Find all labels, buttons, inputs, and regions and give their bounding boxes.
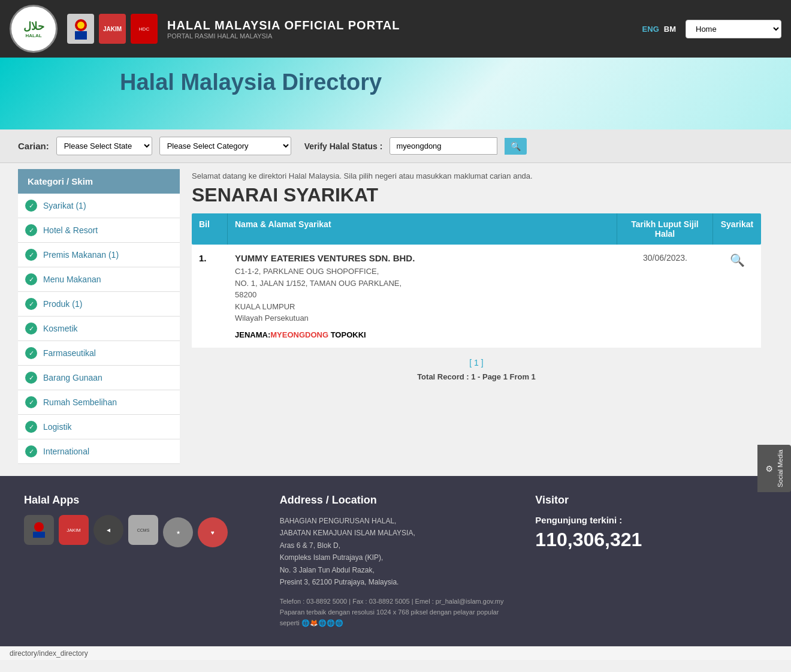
sidebar-label-hotel: Hotel & Resort [43,225,98,235]
senarai-title: SENARAI SYARIKAT [192,184,761,206]
sidebar-item-international[interactable]: ✓ International [18,439,180,464]
row-nama-1: YUMMY EATERIES VENTURES SDN. BHD. C1-1-2… [228,245,617,348]
jenama-prefix: JENAMA: [235,330,270,339]
app-icon-2[interactable]: JAKIM [59,515,89,545]
url-bar: directory/index_directory [0,646,791,660]
verify-input[interactable] [390,137,497,155]
govt-logo-1 [67,14,94,44]
search-icon-button-1[interactable]: 🔍 [730,254,745,267]
address-1: C1-1-2, PARKLANE OUG SHOPOFFICE, NO. 1, … [235,266,610,324]
footer-apps-section: Halal Apps JAKIM ◂ CCMS ★ ♥ [24,494,256,628]
portal-title: HALAL MALAYSIA OFFICIAL PORTAL [167,19,633,32]
sidebar-item-rumah[interactable]: ✓ Rumah Sembelihan [18,390,180,415]
sidebar-item-premis[interactable]: ✓ Premis Makanan (1) [18,243,180,267]
footer-contact: Telefon : 03-8892 5000 | Fax : 03-8892 5… [280,596,512,628]
check-icon-hotel: ✓ [25,224,37,236]
check-icon-barang: ✓ [25,372,37,384]
main-layout: Kategori / Skim ✓ Syarikat (1) ✓ Hotel &… [0,169,791,476]
search-bar: Carian: Please Select State Please Selec… [0,129,791,163]
company-name-1: YUMMY EATERIES VENTURES SDN. BHD. [235,253,610,263]
check-icon-kosmetik: ✓ [25,323,37,335]
welcome-text: Selamat datang ke direktori Halal Malays… [192,171,761,180]
banner-title: Halal Malaysia Directory [120,70,773,95]
footer-address-content: BAHAGIAN PENGURUSAN HALAL, JABATAN KEMAJ… [280,515,512,588]
jenama-1: JENAMA:MYEONGDONG TOPOKKI [235,330,610,339]
row-tarikh-1: 30/06/2023. [617,245,713,271]
page-header: حلال HALAL JAKIM HDC HALAL MALAYSIA OFFI… [0,0,791,58]
sidebar-label-international: International [43,447,89,456]
check-icon-logistik: ✓ [25,421,37,433]
state-select[interactable]: Please Select State [56,137,152,155]
sidebar-item-menu[interactable]: ✓ Menu Makanan [18,267,180,292]
govt-logos: JAKIM HDC [67,14,158,44]
sidebar-label-logistik: Logistik [43,422,71,432]
check-icon-menu: ✓ [25,273,37,285]
footer-address-title: Address / Location [280,494,512,507]
social-media-button[interactable]: ⚙ Social Media [757,445,791,492]
banner: Halal Malaysia Directory [0,58,791,129]
app-icon-5[interactable]: ★ [163,517,193,547]
halal-logo: حلال HALAL [10,5,58,53]
sidebar-item-farmaseutikal[interactable]: ✓ Farmaseutikal [18,341,180,366]
footer-apps-icons: JAKIM ◂ CCMS ★ ♥ [24,515,256,547]
app-icon-4[interactable]: CCMS [128,515,158,545]
page-link-1[interactable]: [ 1 ] [469,358,483,367]
carian-label: Carian: [18,141,49,151]
sidebar-label-farmaseutikal: Farmaseutikal [43,348,96,358]
th-tarikh: Tarikh Luput Sijil Halal [617,213,713,245]
th-nama: Nama & Alamat Syarikat [228,213,617,245]
jenama-highlight: MYEONGDONG [270,330,328,339]
row-syarikat-1[interactable]: 🔍 [713,245,761,276]
app-icon-6[interactable]: ♥ [198,517,228,547]
check-icon-produk: ✓ [25,298,37,310]
th-bil: Bil [192,213,228,245]
sidebar-item-hotel[interactable]: ✓ Hotel & Resort [18,218,180,243]
footer-apps-title: Halal Apps [24,494,256,507]
total-record: Total Record : 1 - Page 1 From 1 [192,372,761,381]
sidebar-item-produk[interactable]: ✓ Produk (1) [18,292,180,317]
category-select[interactable]: Please Select Category [159,137,291,155]
main-content: Selamat datang ke direktori Halal Malays… [180,169,773,464]
sidebar-label-rumah: Rumah Sembelihan [43,397,117,407]
svg-rect-4 [33,532,45,538]
table-row: 1. YUMMY EATERIES VENTURES SDN. BHD. C1-… [192,245,761,348]
app-icon-3[interactable]: ◂ [93,515,123,545]
footer-address-section: Address / Location BAHAGIAN PENGURUSAN H… [280,494,512,628]
lang-eng[interactable]: ENG [642,25,659,34]
row-bil-1: 1. [192,245,228,272]
sidebar-item-kosmetik[interactable]: ✓ Kosmetik [18,317,180,341]
sidebar-item-barang[interactable]: ✓ Barang Gunaan [18,366,180,390]
table-header: Bil Nama & Alamat Syarikat Tarikh Luput … [192,213,761,245]
sidebar-label-premis: Premis Makanan (1) [43,250,119,260]
check-icon-rumah: ✓ [25,396,37,408]
pagination: [ 1 ] [192,358,761,367]
govt-logo-2: JAKIM [99,14,126,44]
govt-logo-3: HDC [131,14,158,44]
visitor-label: Pengunjung terkini : [535,515,767,525]
jenama-suffix: TOPOKKI [328,330,366,339]
app-icon-1[interactable] [24,515,54,545]
svg-point-2 [77,22,84,29]
svg-rect-1 [75,31,87,40]
nav-dropdown[interactable]: Home [686,20,781,38]
language-switcher: ENG BM [642,25,676,34]
verify-search-button[interactable]: 🔍 [505,138,527,155]
sidebar-header: Kategori / Skim [18,169,180,194]
sidebar-item-syarikat[interactable]: ✓ Syarikat (1) [18,194,180,218]
sidebar-label-barang: Barang Gunaan [43,373,102,382]
sidebar-item-logistik[interactable]: ✓ Logistik [18,415,180,439]
page-footer: Halal Apps JAKIM ◂ CCMS ★ ♥ Address / Lo… [0,476,791,646]
check-icon-farmaseutikal: ✓ [25,347,37,359]
sidebar-label-menu: Menu Makanan [43,275,101,284]
check-icon-international: ✓ [25,445,37,457]
th-syarikat: Syarikat [713,213,761,245]
social-media-label: Social Media [777,450,784,487]
footer-visitor-title: Visitor [535,494,767,507]
url-text: directory/index_directory [10,649,88,658]
check-icon-syarikat: ✓ [25,200,37,212]
svg-point-3 [34,522,44,532]
sidebar-label-kosmetik: Kosmetik [43,324,78,333]
lang-bm[interactable]: BM [664,25,676,34]
check-icon-premis: ✓ [25,249,37,261]
portal-subtitle: PORTAL RASMI HALAL MALAYSIA [167,32,633,40]
